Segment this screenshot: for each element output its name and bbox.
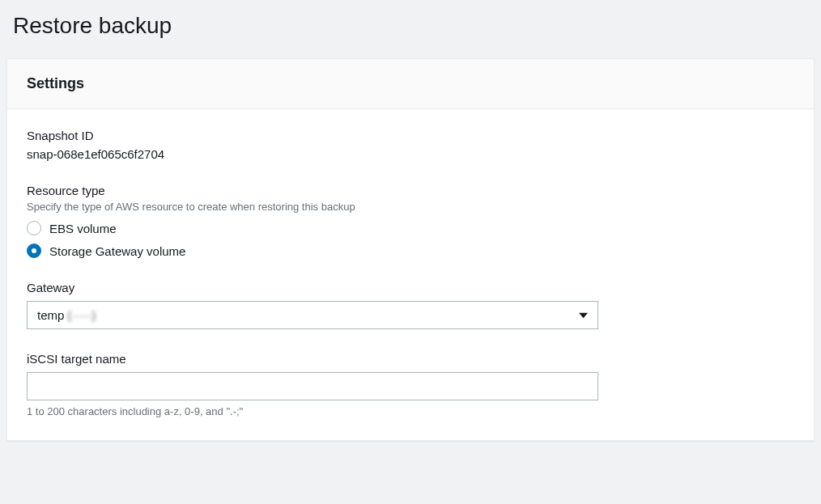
iscsi-target-name-label: iSCSI target name [27,352,794,366]
resource-type-option-ebs-label: EBS volume [49,222,117,235]
settings-heading: Settings [27,75,794,92]
snapshot-id-value: snap-068e1ef065c6f2704 [27,147,794,161]
gateway-value-text: temp [37,308,64,322]
gateway-select[interactable]: temp (······) [27,301,598,329]
page-title: Restore backup [13,13,815,39]
resource-type-label: Resource type [27,184,794,197]
settings-panel: Settings Snapshot ID snap-068e1ef065c6f2… [6,58,815,441]
gateway-select-wrap: temp (······) [27,301,598,329]
settings-panel-body: Snapshot ID snap-068e1ef065c6f2704 Resou… [7,109,814,440]
gateway-select-value: temp (······) [37,308,96,322]
gateway-value-suffix: (······) [67,308,96,322]
iscsi-target-name-input[interactable] [27,372,598,400]
snapshot-id-field: Snapshot ID snap-068e1ef065c6f2704 [27,129,794,161]
gateway-label: Gateway [27,281,794,294]
resource-type-option-sgw-label: Storage Gateway volume [49,244,185,258]
radio-icon-selected [27,244,41,258]
page-header: Restore backup [0,0,821,58]
resource-type-radio-group: EBS volume Storage Gateway volume [27,221,794,258]
resource-type-field: Resource type Specify the type of AWS re… [27,184,794,258]
iscsi-target-name-hint: 1 to 200 characters including a-z, 0-9, … [27,405,794,417]
snapshot-id-label: Snapshot ID [27,129,794,142]
resource-type-option-ebs[interactable]: EBS volume [27,221,794,235]
radio-icon-unselected [27,221,41,235]
settings-panel-header: Settings [7,59,814,109]
resource-type-description: Specify the type of AWS resource to crea… [27,201,794,213]
resource-type-option-sgw[interactable]: Storage Gateway volume [27,244,794,258]
iscsi-target-name-field: iSCSI target name 1 to 200 characters in… [27,352,794,417]
gateway-field: Gateway temp (······) [27,281,794,329]
